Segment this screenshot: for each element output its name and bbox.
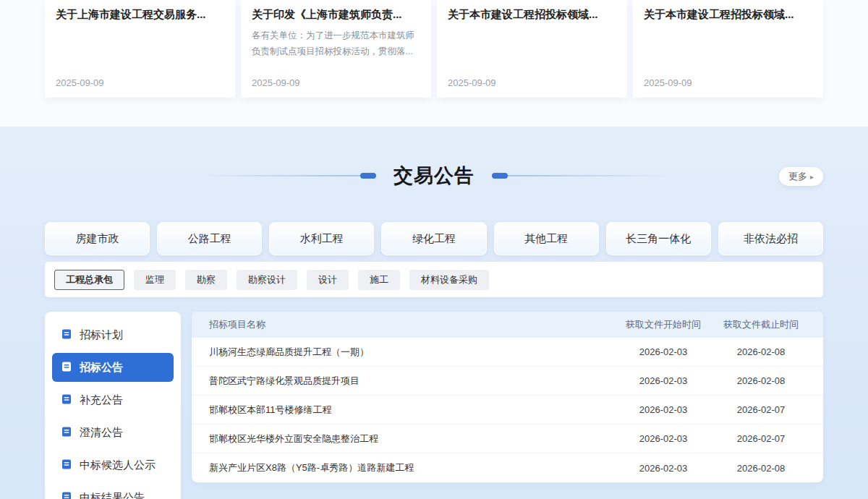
sidebar-menu: 招标计划 招标公告	[45, 312, 181, 499]
table-header-row: 招标项目名称 获取文件开始时间 获取文件截止时间	[192, 312, 823, 338]
column-header-project-name: 招标项目名称	[209, 318, 616, 331]
project-name-cell: 邯郸校区光华楼外立面安全隐患整治工程	[209, 432, 616, 445]
category-tab-label: 非依法必招	[744, 232, 798, 246]
category-tab-label: 公路工程	[188, 232, 231, 246]
column-header-doc-end-time: 获取文件截止时间	[710, 318, 812, 331]
decorative-dash-left	[360, 173, 376, 179]
table-row[interactable]: 川杨河生态绿廊品质提升工程（一期） 2026-02-03 2026-02-08	[192, 338, 823, 367]
subtab[interactable]: 勘察	[185, 270, 227, 290]
project-name-cell: 普陀区武宁路绿化景观品质提升项目	[209, 375, 616, 388]
category-tab[interactable]: 绿化工程	[381, 222, 486, 255]
category-tab-list: 房建市政 公路工程 水利工程 绿化工程 其他工程	[45, 222, 823, 255]
table-row[interactable]: 邯郸校区光华楼外立面安全隐患整治工程 2026-02-03 2026-02-07	[192, 425, 823, 453]
news-card-title: 关于印发《上海市建筑师负责...	[252, 7, 420, 22]
category-tab-label: 绿化工程	[412, 232, 456, 246]
bid-announcement-icon	[61, 361, 72, 375]
doc-start-time-cell: 2026-02-03	[616, 463, 710, 474]
decorative-line-left	[196, 175, 373, 176]
category-tab-label: 房建市政	[76, 232, 119, 246]
sidebar-item-label: 招标公告	[80, 361, 123, 375]
decorative-line-right	[495, 175, 672, 176]
category-tab[interactable]: 水利工程	[269, 222, 374, 255]
more-button-label: 更多	[788, 170, 807, 183]
doc-start-time-cell: 2026-02-03	[616, 346, 710, 357]
decorative-dash-right	[492, 173, 508, 179]
subtab-bar: 工程总承包 监理 勘察 勘察设计 设计 施工	[45, 262, 823, 297]
category-tab-label: 水利工程	[300, 232, 344, 246]
table-body: 川杨河生态绿廊品质提升工程（一期） 2026-02-03 2026-02-08 …	[192, 338, 823, 482]
subtab-label: 勘察设计	[248, 273, 286, 286]
news-card-title: 关于本市建设工程招投标领域...	[644, 7, 812, 22]
news-card-title: 关于上海市建设工程交易服务...	[56, 7, 224, 22]
subtab-label: 工程总承包	[66, 273, 113, 286]
sidebar-item[interactable]: 澄清公告	[52, 418, 174, 447]
winner-result-icon	[61, 491, 72, 499]
sidebar-item-label: 补充公告	[80, 393, 123, 407]
table-row[interactable]: 邯郸校区本部11号楼修缮工程 2026-02-03 2026-02-07	[192, 396, 823, 425]
news-card-date: 2025-09-09	[644, 77, 812, 88]
trade-announcement-section: 交易公告 更多 ▸ 房建市政 公路工程 水利工程	[0, 127, 868, 499]
doc-start-time-cell: 2026-02-03	[616, 404, 710, 415]
subtab[interactable]: 工程总承包	[54, 270, 124, 290]
sidebar-item[interactable]: 中标结果公告	[52, 483, 174, 499]
doc-end-time-cell: 2026-02-07	[710, 433, 812, 444]
subtab[interactable]: 施工	[358, 270, 400, 290]
news-card[interactable]: 关于印发《上海市建筑师负责... 各有关单位：为了进一步规范本市建筑师负责制试点…	[241, 0, 431, 98]
news-card[interactable]: 关于本市建设工程招投标领域... 2025-09-09	[633, 0, 823, 98]
column-header-doc-start-time: 获取文件开始时间	[616, 318, 710, 331]
doc-end-time-cell: 2026-02-08	[710, 346, 812, 357]
category-tab-label: 长三角一体化	[626, 232, 691, 246]
doc-end-time-cell: 2026-02-08	[710, 463, 812, 474]
doc-start-time-cell: 2026-02-03	[616, 433, 710, 444]
section-title: 交易公告	[393, 163, 475, 189]
supplement-announcement-icon	[61, 393, 72, 407]
subtab[interactable]: 勘察设计	[237, 270, 297, 290]
subtab[interactable]: 设计	[307, 270, 349, 290]
announcement-table: 招标项目名称 获取文件开始时间 获取文件截止时间 川杨河生态绿廊品质提升工程（一…	[192, 312, 823, 482]
more-button[interactable]: 更多 ▸	[779, 167, 823, 186]
project-name-cell: 新兴产业片区X8路（Y5路-卓秀路）道路新建工程	[209, 461, 616, 474]
section-header: 交易公告 更多 ▸	[0, 127, 868, 189]
subtab-label: 设计	[318, 273, 337, 286]
news-card-preview: 各有关单位：为了进一步规范本市建筑师负责制试点项目招标投标活动，贯彻落...	[252, 28, 420, 60]
news-card-list: 关于上海市建设工程交易服务... 2025-09-09 关于印发《上海市建筑师负…	[45, 0, 823, 98]
subtab-label: 施工	[370, 273, 388, 286]
subtab-label: 材料设备采购	[421, 273, 477, 286]
category-tab-label: 其他工程	[524, 232, 568, 246]
news-card-date: 2025-09-09	[252, 77, 420, 88]
project-name-cell: 川杨河生态绿廊品质提升工程（一期）	[209, 346, 616, 359]
category-tab[interactable]: 房建市政	[45, 222, 150, 255]
sidebar-item-label: 招标计划	[80, 328, 123, 342]
doc-end-time-cell: 2026-02-07	[710, 404, 812, 415]
bid-plan-icon	[61, 328, 72, 342]
subtab-label: 勘察	[197, 273, 216, 286]
category-tab[interactable]: 公路工程	[157, 222, 262, 255]
winner-candidate-icon	[61, 459, 72, 472]
main-content: 招标计划 招标公告	[45, 312, 823, 499]
category-tab[interactable]: 其他工程	[494, 222, 599, 255]
subtab-label: 监理	[145, 273, 164, 286]
chevron-right-icon: ▸	[810, 173, 814, 181]
doc-start-time-cell: 2026-02-03	[616, 375, 710, 386]
sidebar-item[interactable]: 招标计划	[52, 320, 174, 349]
news-card[interactable]: 关于上海市建设工程交易服务... 2025-09-09	[45, 0, 235, 98]
news-card-title: 关于本市建设工程招投标领域...	[448, 7, 616, 22]
sidebar-item[interactable]: 招标公告	[52, 353, 174, 382]
subtab[interactable]: 监理	[134, 270, 176, 290]
sidebar-item-label: 中标结果公告	[80, 491, 145, 499]
doc-end-time-cell: 2026-02-08	[710, 375, 812, 386]
page: 关于上海市建设工程交易服务... 2025-09-09 关于印发《上海市建筑师负…	[0, 0, 868, 499]
subtab[interactable]: 材料设备采购	[409, 270, 489, 290]
sidebar-item[interactable]: 补充公告	[52, 385, 174, 414]
news-card-date: 2025-09-09	[448, 77, 616, 88]
category-tab[interactable]: 非依法必招	[718, 222, 823, 255]
table-row[interactable]: 普陀区武宁路绿化景观品质提升项目 2026-02-03 2026-02-08	[192, 367, 823, 396]
sidebar-item[interactable]: 中标候选人公示	[52, 451, 174, 479]
clarification-announcement-icon	[61, 426, 72, 440]
sidebar-item-label: 中标候选人公示	[80, 459, 156, 472]
news-card-date: 2025-09-09	[56, 77, 224, 88]
news-strip: 关于上海市建设工程交易服务... 2025-09-09 关于印发《上海市建筑师负…	[0, 0, 868, 127]
category-tab[interactable]: 长三角一体化	[606, 222, 711, 255]
news-card[interactable]: 关于本市建设工程招投标领域... 2025-09-09	[437, 0, 627, 98]
table-row[interactable]: 新兴产业片区X8路（Y5路-卓秀路）道路新建工程 2026-02-03 2026…	[192, 453, 823, 482]
